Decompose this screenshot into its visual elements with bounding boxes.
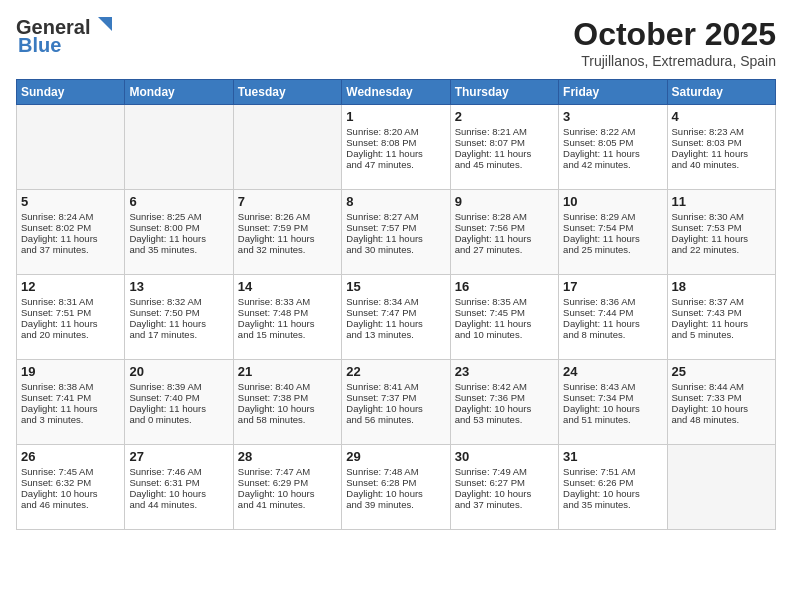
day-info: Sunset: 7:44 PM	[563, 307, 662, 318]
day-info: and 32 minutes.	[238, 244, 337, 255]
day-info: Sunset: 7:36 PM	[455, 392, 554, 403]
weekday-header-wednesday: Wednesday	[342, 80, 450, 105]
day-info: Sunset: 7:53 PM	[672, 222, 771, 233]
day-info: Sunset: 6:29 PM	[238, 477, 337, 488]
weekday-header-monday: Monday	[125, 80, 233, 105]
day-info: Sunrise: 8:25 AM	[129, 211, 228, 222]
day-info: and 45 minutes.	[455, 159, 554, 170]
calendar-cell: 7Sunrise: 8:26 AMSunset: 7:59 PMDaylight…	[233, 190, 341, 275]
day-info: Daylight: 11 hours	[672, 318, 771, 329]
day-info: Daylight: 10 hours	[129, 488, 228, 499]
weekday-header-row: SundayMondayTuesdayWednesdayThursdayFrid…	[17, 80, 776, 105]
day-number: 12	[21, 279, 120, 294]
calendar-body: 1Sunrise: 8:20 AMSunset: 8:08 PMDaylight…	[17, 105, 776, 530]
day-info: Sunrise: 8:41 AM	[346, 381, 445, 392]
day-info: and 37 minutes.	[455, 499, 554, 510]
day-info: and 58 minutes.	[238, 414, 337, 425]
calendar-week-5: 26Sunrise: 7:45 AMSunset: 6:32 PMDayligh…	[17, 445, 776, 530]
day-info: Daylight: 11 hours	[455, 233, 554, 244]
day-info: Daylight: 11 hours	[346, 148, 445, 159]
day-info: Daylight: 11 hours	[346, 318, 445, 329]
calendar-cell: 15Sunrise: 8:34 AMSunset: 7:47 PMDayligh…	[342, 275, 450, 360]
day-info: Daylight: 11 hours	[563, 233, 662, 244]
calendar-cell: 3Sunrise: 8:22 AMSunset: 8:05 PMDaylight…	[559, 105, 667, 190]
day-info: Daylight: 11 hours	[21, 233, 120, 244]
day-number: 31	[563, 449, 662, 464]
day-number: 20	[129, 364, 228, 379]
weekday-header-thursday: Thursday	[450, 80, 558, 105]
day-info: Sunset: 7:48 PM	[238, 307, 337, 318]
day-info: Sunrise: 8:34 AM	[346, 296, 445, 307]
day-info: and 51 minutes.	[563, 414, 662, 425]
day-number: 27	[129, 449, 228, 464]
day-info: Daylight: 10 hours	[238, 403, 337, 414]
day-info: Daylight: 11 hours	[129, 233, 228, 244]
day-number: 8	[346, 194, 445, 209]
day-number: 9	[455, 194, 554, 209]
calendar-cell: 28Sunrise: 7:47 AMSunset: 6:29 PMDayligh…	[233, 445, 341, 530]
calendar-cell: 9Sunrise: 8:28 AMSunset: 7:56 PMDaylight…	[450, 190, 558, 275]
day-info: Sunrise: 7:47 AM	[238, 466, 337, 477]
day-info: Sunset: 6:31 PM	[129, 477, 228, 488]
month-title: October 2025	[573, 16, 776, 53]
calendar-cell	[667, 445, 775, 530]
day-info: Sunrise: 7:46 AM	[129, 466, 228, 477]
day-info: Sunset: 7:56 PM	[455, 222, 554, 233]
day-info: Sunrise: 8:33 AM	[238, 296, 337, 307]
day-info: Sunset: 7:33 PM	[672, 392, 771, 403]
day-info: and 35 minutes.	[563, 499, 662, 510]
calendar-week-2: 5Sunrise: 8:24 AMSunset: 8:02 PMDaylight…	[17, 190, 776, 275]
day-info: Sunrise: 8:36 AM	[563, 296, 662, 307]
calendar-cell	[125, 105, 233, 190]
calendar-cell: 20Sunrise: 8:39 AMSunset: 7:40 PMDayligh…	[125, 360, 233, 445]
day-info: and 53 minutes.	[455, 414, 554, 425]
calendar-cell	[17, 105, 125, 190]
calendar-cell: 31Sunrise: 7:51 AMSunset: 6:26 PMDayligh…	[559, 445, 667, 530]
calendar-week-4: 19Sunrise: 8:38 AMSunset: 7:41 PMDayligh…	[17, 360, 776, 445]
day-info: and 37 minutes.	[21, 244, 120, 255]
calendar-cell: 12Sunrise: 8:31 AMSunset: 7:51 PMDayligh…	[17, 275, 125, 360]
day-info: Sunset: 6:27 PM	[455, 477, 554, 488]
page-header: General Blue October 2025 Trujillanos, E…	[16, 16, 776, 69]
day-info: Sunset: 7:50 PM	[129, 307, 228, 318]
calendar-cell: 24Sunrise: 8:43 AMSunset: 7:34 PMDayligh…	[559, 360, 667, 445]
day-number: 7	[238, 194, 337, 209]
calendar-header: SundayMondayTuesdayWednesdayThursdayFrid…	[17, 80, 776, 105]
day-number: 26	[21, 449, 120, 464]
day-info: Sunrise: 8:21 AM	[455, 126, 554, 137]
calendar-cell: 10Sunrise: 8:29 AMSunset: 7:54 PMDayligh…	[559, 190, 667, 275]
day-number: 4	[672, 109, 771, 124]
day-info: Daylight: 11 hours	[21, 318, 120, 329]
day-number: 22	[346, 364, 445, 379]
calendar-cell: 19Sunrise: 8:38 AMSunset: 7:41 PMDayligh…	[17, 360, 125, 445]
day-info: Sunset: 8:02 PM	[21, 222, 120, 233]
calendar-week-3: 12Sunrise: 8:31 AMSunset: 7:51 PMDayligh…	[17, 275, 776, 360]
day-info: Daylight: 11 hours	[455, 148, 554, 159]
day-info: Sunset: 8:03 PM	[672, 137, 771, 148]
day-info: and 35 minutes.	[129, 244, 228, 255]
calendar-cell: 4Sunrise: 8:23 AMSunset: 8:03 PMDaylight…	[667, 105, 775, 190]
day-info: Daylight: 10 hours	[346, 488, 445, 499]
day-number: 17	[563, 279, 662, 294]
day-info: Daylight: 10 hours	[672, 403, 771, 414]
day-info: Sunrise: 8:42 AM	[455, 381, 554, 392]
day-info: Daylight: 11 hours	[455, 318, 554, 329]
logo: General Blue	[16, 16, 114, 57]
logo-triangle-icon	[92, 13, 114, 35]
day-info: Sunset: 6:28 PM	[346, 477, 445, 488]
day-number: 15	[346, 279, 445, 294]
day-info: Daylight: 10 hours	[21, 488, 120, 499]
day-info: Daylight: 11 hours	[346, 233, 445, 244]
day-info: Sunset: 7:38 PM	[238, 392, 337, 403]
day-info: Daylight: 10 hours	[238, 488, 337, 499]
day-info: and 17 minutes.	[129, 329, 228, 340]
day-info: Sunrise: 8:38 AM	[21, 381, 120, 392]
day-info: and 8 minutes.	[563, 329, 662, 340]
day-info: Sunrise: 8:30 AM	[672, 211, 771, 222]
calendar-cell: 11Sunrise: 8:30 AMSunset: 7:53 PMDayligh…	[667, 190, 775, 275]
day-number: 10	[563, 194, 662, 209]
day-info: and 0 minutes.	[129, 414, 228, 425]
day-info: Daylight: 11 hours	[672, 148, 771, 159]
day-number: 14	[238, 279, 337, 294]
day-info: Daylight: 10 hours	[455, 488, 554, 499]
